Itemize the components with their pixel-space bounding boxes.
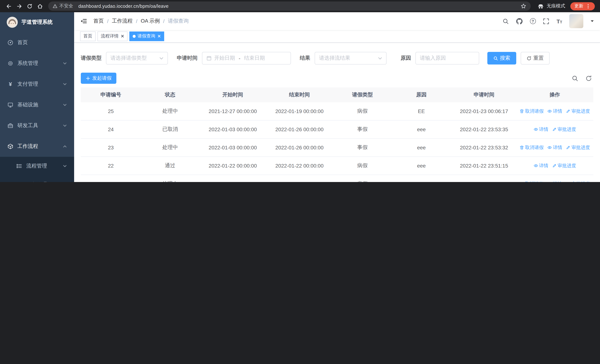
detail-link[interactable]: 详情 xyxy=(534,126,548,132)
sidebar-toggle-button[interactable] xyxy=(74,12,94,30)
browser-menu-icon[interactable] xyxy=(586,3,591,9)
eye-icon xyxy=(534,127,538,131)
refresh-icon xyxy=(527,56,531,61)
sidebar-item-label: 任务管理 xyxy=(26,181,47,182)
sidebar-item-system-management[interactable]: 系统管理 xyxy=(0,53,74,74)
forward-button[interactable] xyxy=(14,1,24,11)
warning-icon xyxy=(53,4,57,9)
incognito-icon xyxy=(537,3,544,9)
table-row[interactable]: 23处理中2022-01-03 00:00:002022-01-26 00:00… xyxy=(81,139,593,157)
row-actions: 详情审批进度 xyxy=(517,126,592,132)
bookmark-star-icon[interactable] xyxy=(521,3,526,9)
detail-link[interactable]: 详情 xyxy=(534,163,548,169)
top-navbar: 首页 / 工作流程 / OA 示例 / 请假查询 ? xyxy=(74,12,600,30)
status: 处理中 xyxy=(141,144,199,151)
result-select[interactable]: 请选择流结果 xyxy=(315,52,386,65)
hamburger-icon xyxy=(80,18,87,25)
request-id: 22 xyxy=(81,163,141,169)
address-bar[interactable]: 不安全 dashboard.yudao.iocoder.cn/bpm/oa/le… xyxy=(48,1,531,11)
back-button[interactable] xyxy=(4,1,14,11)
table-row[interactable]: 25处理中2021-12-27 00:00:002022-01-19 00:00… xyxy=(81,102,593,121)
table-body: 25处理中2021-12-27 00:00:002022-01-19 00:00… xyxy=(81,102,593,182)
fullscreen-icon[interactable] xyxy=(543,18,549,24)
search-button[interactable]: 搜索 xyxy=(487,52,516,65)
breadcrumb-oa-example[interactable]: OA 示例 xyxy=(141,18,160,24)
workflow-submenu: 流程管理 任务管理 我的流程 xyxy=(0,157,74,182)
browser-update-button[interactable]: 更新 xyxy=(570,2,595,10)
request-id: 23 xyxy=(81,145,141,150)
sidebar-item-infrastructure[interactable]: 基础设施 xyxy=(0,94,74,115)
tab-home[interactable]: 首页 xyxy=(80,31,96,41)
approval-progress-link[interactable]: 审批进度 xyxy=(566,181,590,182)
caret-down-icon[interactable] xyxy=(590,19,594,23)
apply-time: 2022-01-22 23:51:15 xyxy=(451,163,517,169)
devtools-icon xyxy=(7,123,13,129)
user-avatar[interactable] xyxy=(569,14,583,28)
sidebar-item-process-management[interactable]: 流程管理 xyxy=(0,157,74,175)
tab-label: 首页 xyxy=(83,33,92,39)
search-icon[interactable] xyxy=(502,18,509,24)
approval-progress-link[interactable]: 审批进度 xyxy=(566,108,590,114)
process-icon xyxy=(16,163,22,169)
end-time: 2022-01-19 00:00:00 xyxy=(266,108,333,114)
sidebar-item-workflow[interactable]: 工作流程 xyxy=(0,136,74,157)
leave-type-select[interactable]: 请选择请假类型 xyxy=(106,52,168,65)
reload-button[interactable] xyxy=(24,1,35,11)
update-label: 更新 xyxy=(574,3,583,9)
detail-link[interactable]: 详情 xyxy=(547,108,562,114)
sidebar-item-payment-management[interactable]: ¥ 支付管理 xyxy=(0,74,74,94)
result-label: 结果 xyxy=(300,55,310,62)
chevron-down-icon xyxy=(63,82,67,86)
create-leave-button[interactable]: 发起请假 xyxy=(81,73,116,84)
app-root: 不安全 dashboard.yudao.iocoder.cn/bpm/oa/le… xyxy=(0,0,600,182)
app-logo[interactable]: 芋道管理系统 xyxy=(0,12,74,32)
apply-time-range-picker[interactable]: 开始日期 - 结束日期 xyxy=(202,52,291,65)
close-icon[interactable] xyxy=(158,35,161,38)
breadcrumb-workflow[interactable]: 工作流程 xyxy=(112,18,133,24)
breadcrumb-home[interactable]: 首页 xyxy=(94,18,104,24)
detail-link[interactable]: 详情 xyxy=(547,181,562,182)
reset-button[interactable]: 重置 xyxy=(521,52,550,65)
font-size-icon[interactable]: TT xyxy=(556,18,562,24)
approval-progress-link[interactable]: 审批进度 xyxy=(552,163,576,169)
home-button[interactable] xyxy=(35,1,45,11)
status: 已取消 xyxy=(141,126,199,133)
tab-process-detail[interactable]: 流程详情 xyxy=(97,31,128,41)
detail-link[interactable]: 详情 xyxy=(547,144,562,151)
cancel-leave-link[interactable]: 取消请假 xyxy=(520,144,544,151)
search-icon xyxy=(493,56,498,61)
sidebar-item-task-management[interactable]: 任务管理 xyxy=(0,175,74,182)
eye-icon xyxy=(547,182,552,182)
help-icon[interactable]: ? xyxy=(530,18,536,24)
sidebar-item-devtools[interactable]: 研发工具 xyxy=(0,115,74,136)
chevron-down-icon xyxy=(63,103,67,107)
leave-type: 病假 xyxy=(333,180,392,182)
approval-progress-link[interactable]: 审批进度 xyxy=(566,144,590,151)
reason-input[interactable]: 请输入原因 xyxy=(415,52,479,65)
start-time: 2022-01-22 00:00:00 xyxy=(199,181,266,182)
infrastructure-icon xyxy=(7,102,13,108)
dashboard-icon xyxy=(7,40,13,46)
row-actions: 取消请假详情审批进度 xyxy=(517,108,592,114)
chevron-down-icon xyxy=(63,124,67,128)
trash-icon xyxy=(520,109,524,113)
cancel-leave-link[interactable]: 取消请假 xyxy=(520,108,544,114)
close-icon[interactable] xyxy=(121,35,124,38)
sidebar-item-home[interactable]: 首页 xyxy=(0,32,74,53)
row-actions: 取消请假详情审批进度 xyxy=(517,181,592,182)
table-row[interactable]: 21处理中2022-01-22 00:00:002022-01-23 00:00… xyxy=(81,175,593,182)
table-row[interactable]: 24已取消2022-01-03 00:00:002022-01-26 00:00… xyxy=(81,121,593,139)
toggle-search-icon[interactable] xyxy=(572,75,578,81)
github-icon[interactable] xyxy=(516,18,523,24)
column-header-request-id: 申请编号 xyxy=(81,92,141,98)
apply-time: 2022-01-22 23:49:46 xyxy=(451,181,517,182)
table-toolbar: 发起请假 xyxy=(81,73,593,84)
security-warning[interactable]: 不安全 xyxy=(53,3,73,9)
table-row[interactable]: 22通过2022-01-22 00:00:002022-01-22 00:00:… xyxy=(81,157,593,175)
cancel-leave-link[interactable]: 取消请假 xyxy=(520,181,544,182)
approval-progress-link[interactable]: 审批进度 xyxy=(552,126,576,132)
sidebar-item-label: 工作流程 xyxy=(18,143,38,150)
tab-leave-query[interactable]: 请假查询 xyxy=(129,31,164,41)
refresh-table-icon[interactable] xyxy=(586,75,592,81)
pen-icon xyxy=(566,109,570,113)
